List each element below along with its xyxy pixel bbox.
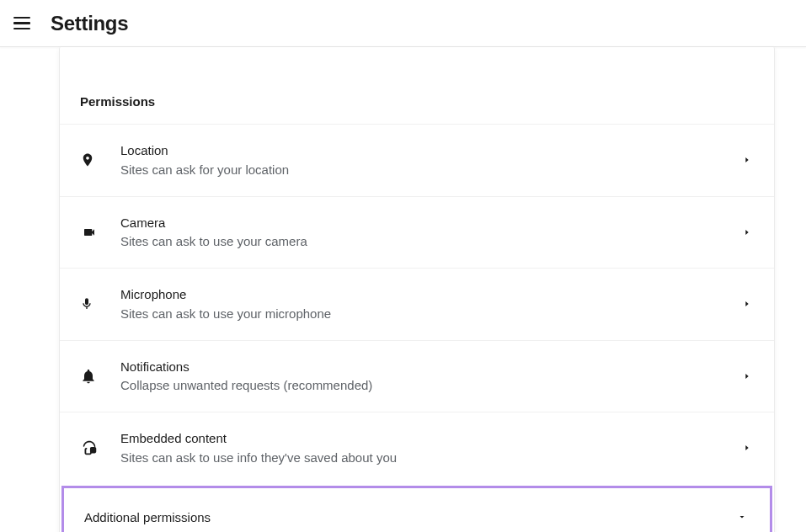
permission-row-text: Notifications Collapse unwanted requests… [120,358,740,396]
permission-row-embedded[interactable]: Embedded content Sites can ask to use in… [60,412,774,484]
chevron-right-icon [740,299,754,309]
permission-row-desc: Collapse unwanted requests (recommended) [120,376,740,395]
camera-icon [80,226,104,239]
permission-row-desc: Sites can ask to use info they've saved … [120,449,740,467]
permission-row-label: Embedded content [120,429,740,448]
topbar: Settings [0,0,806,47]
chevron-right-icon [740,227,754,237]
page-title: Settings [51,12,128,35]
permission-row-text: Location Sites can ask for your location [120,141,740,179]
bell-icon [80,367,104,386]
permission-row-text: Microphone Sites can ask to use your mic… [120,285,740,323]
permission-row-desc: Sites can ask for your location [120,161,740,179]
permission-row-text: Embedded content Sites can ask to use in… [120,429,740,467]
additional-permissions-row[interactable]: Additional permissions [61,486,772,533]
microphone-icon [80,295,104,313]
menu-icon[interactable] [13,13,34,34]
chevron-down-icon [734,510,750,525]
embedded-icon [80,439,104,457]
chevron-right-icon [740,443,754,453]
additional-permissions-label: Additional permissions [84,510,734,524]
location-icon [80,151,104,169]
permission-row-microphone[interactable]: Microphone Sites can ask to use your mic… [60,268,774,340]
permission-row-location[interactable]: Location Sites can ask for your location [60,124,774,196]
permission-row-camera[interactable]: Camera Sites can ask to use your camera [60,196,774,269]
permissions-section-title: Permissions [60,47,774,124]
permissions-panel: Permissions Location Sites can ask for y… [59,47,775,532]
permission-row-label: Camera [120,214,740,232]
permission-row-text: Camera Sites can ask to use your camera [120,214,740,252]
permission-row-desc: Sites can ask to use your microphone [120,305,740,323]
permission-row-desc: Sites can ask to use your camera [120,232,740,251]
chevron-right-icon [740,371,754,381]
permission-row-label: Location [120,141,740,160]
chevron-right-icon [740,155,754,165]
permission-row-label: Notifications [120,358,740,376]
permission-row-label: Microphone [120,285,740,304]
permission-row-notifications[interactable]: Notifications Collapse unwanted requests… [60,340,774,412]
